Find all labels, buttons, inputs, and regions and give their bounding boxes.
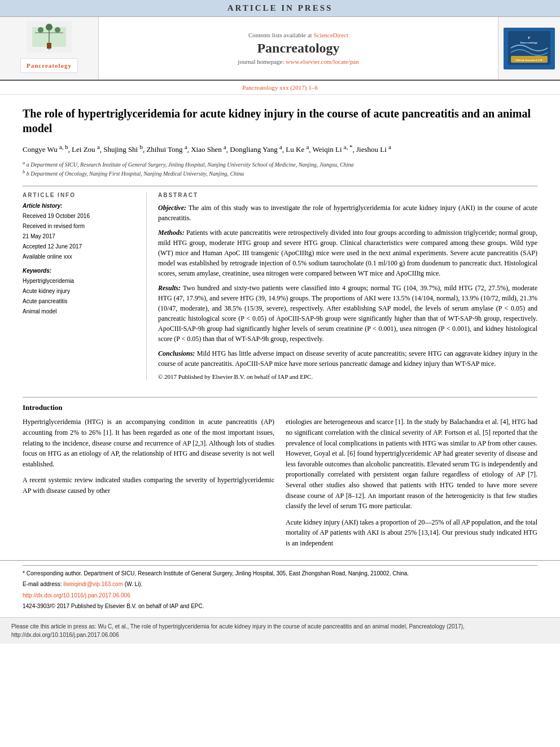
corresponding-author-note: * Corresponding author. Department of SI… <box>23 569 537 578</box>
svg-point-6 <box>55 27 60 33</box>
history-dates: Received 19 October 2016 Received in rev… <box>23 211 137 262</box>
keywords-list: Hypertriglyceridemia Acute kidney injury… <box>23 276 137 317</box>
bottom-citation-bar: Please cite this article in press as: Wu… <box>0 617 560 644</box>
sciencedirect-link[interactable]: ScienceDirect <box>313 32 348 38</box>
intro-para-3: etiologies are heterogeneous and scarce … <box>286 417 537 511</box>
abstract-header: ABSTRACT <box>158 192 537 198</box>
pancreatology-logo-section: P Pancreatology Official Journal of IAP <box>498 17 560 80</box>
intro-para-2: A recent systemic review indicated studi… <box>23 475 274 496</box>
separator-intro <box>23 397 537 397</box>
elsevier-text: Pancreatology <box>27 62 72 69</box>
svg-point-5 <box>46 24 53 30</box>
doi-link[interactable]: http://dx.doi.org/10.1016/j.pan.2017.06.… <box>23 592 130 599</box>
footnote-separator <box>23 565 537 566</box>
elsevier-tree-icon <box>27 21 72 53</box>
journal-title: Pancreatology <box>257 41 339 56</box>
article-history-label: Article history: <box>23 203 137 209</box>
article-title: The role of hypertriglyceridemia for acu… <box>23 106 537 136</box>
issn-line: 1424-3903/© 2017 Published by Elsevier B… <box>23 602 537 611</box>
svg-rect-7 <box>47 43 51 49</box>
info-abstract-columns: ARTICLE INFO Article history: Received 1… <box>23 192 537 380</box>
journal-header: Pancreatology Contents lists available a… <box>0 17 560 81</box>
introduction-title: Introduction <box>23 403 537 412</box>
sciencedirect-line: Contents lists available at ScienceDirec… <box>248 32 348 38</box>
article-info-header: ARTICLE INFO <box>23 192 137 198</box>
affiliation-b: b b Department of Oncology, Nanjing Firs… <box>23 169 537 178</box>
introduction-columns: Hypertriglyceridemia (HTG) is an accompa… <box>23 417 537 554</box>
svg-text:P: P <box>528 36 530 40</box>
intro-para-4: Acute kidney injury (AKI) takes a propor… <box>286 517 537 549</box>
abstract-conclusions: Conclusions: Mild HTG has little adverse… <box>158 348 537 369</box>
pancreatology-logo: P Pancreatology Official Journal of IAP <box>504 28 555 69</box>
article-info-column: ARTICLE INFO Article history: Received 1… <box>23 192 147 380</box>
doi-line: http://dx.doi.org/10.1016/j.pan.2017.06.… <box>23 591 537 600</box>
intro-right-column: etiologies are heterogeneous and scarce … <box>286 417 537 554</box>
article-in-press-banner: ARTICLE IN PRESS <box>0 0 560 17</box>
journal-homepage: journal homepage: www.elsevier.com/locat… <box>238 58 358 65</box>
email-footnote: E-mail address: liweiqindr@vip.163.com (… <box>23 580 537 589</box>
svg-point-4 <box>38 27 43 33</box>
svg-text:Official Journal of IAP: Official Journal of IAP <box>515 59 542 62</box>
abstract-results: Results: Two hundred and sixty-two patie… <box>158 283 537 344</box>
pancreatology-logo-icon: P Pancreatology Official Journal of IAP <box>508 31 550 65</box>
affiliation-a: a a Department of SICU, Research Institu… <box>23 160 537 169</box>
intro-para-1: Hypertriglyceridemia (HTG) is an accompa… <box>23 417 274 469</box>
keywords-label: Keywords: <box>23 268 137 274</box>
article-content: The role of hypertriglyceridemia for acu… <box>0 95 560 386</box>
abstract-methods: Methods: Patients with acute pancreatiti… <box>158 228 537 278</box>
copyright-line: © 2017 Published by Elsevier B.V. on beh… <box>158 373 537 380</box>
footnote-area: * Corresponding author. Department of SI… <box>0 560 560 617</box>
affiliations: a a Department of SICU, Research Institu… <box>23 160 537 178</box>
authors-line: Congye Wu a, b, Lei Zou a, Shujing Shi b… <box>23 142 537 155</box>
abstract-objective: Objective: The aim of this study was to … <box>158 203 537 223</box>
elsevier-logo-section: Pancreatology <box>0 17 99 80</box>
intro-left-column: Hypertriglyceridemia (HTG) is an accompa… <box>23 417 274 554</box>
homepage-link[interactable]: www.elsevier.com/locate/pan <box>286 58 358 65</box>
elsevier-wordmark: Pancreatology <box>20 58 78 73</box>
email-link[interactable]: liweiqindr@vip.163.com <box>63 581 123 587</box>
separator <box>23 186 537 186</box>
citation-bar: Pancreatology xxx (2017) 1–6 <box>0 81 560 95</box>
abstract-column: ABSTRACT Objective: The aim of this stud… <box>158 192 537 380</box>
svg-text:Pancreatology: Pancreatology <box>520 41 538 44</box>
journal-center-info: Contents lists available at ScienceDirec… <box>99 17 498 80</box>
introduction-section: Introduction Hypertriglyceridemia (HTG) … <box>0 386 560 560</box>
